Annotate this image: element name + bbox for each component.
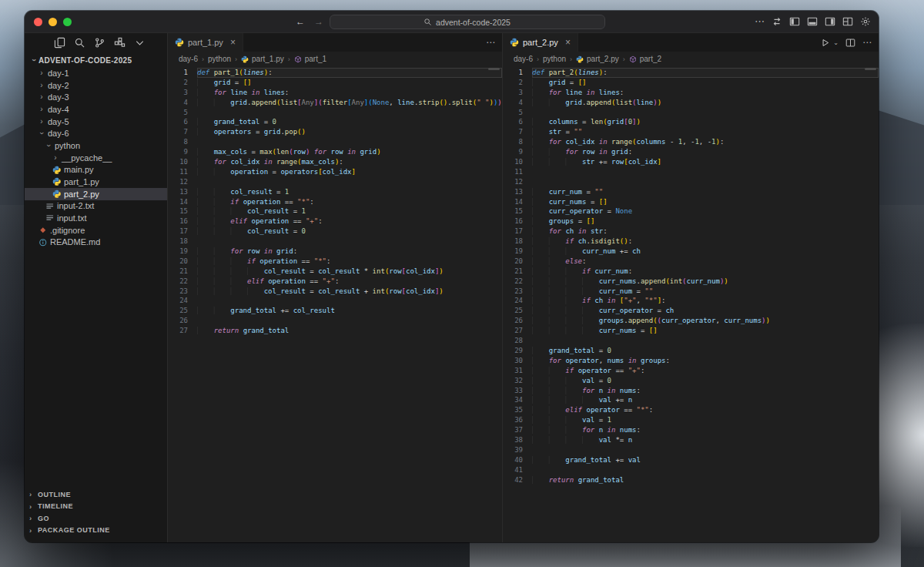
code-line[interactable]: 27 return grand_total [168,326,502,336]
zoom-window-button[interactable] [63,18,72,26]
code-line[interactable]: 10 str += row[col_idx] [503,157,879,167]
code-line[interactable]: 15 col_result = 1 [168,206,502,216]
search-view-icon[interactable] [74,37,85,49]
code-line[interactable]: 19 for row in grid: [168,247,502,257]
code-line[interactable]: 16 elif operation == "+": [168,216,502,226]
tree-item-input-txt[interactable]: input.txt [25,212,167,224]
code-line[interactable]: 4 grid.append(list(line)) [503,98,879,108]
more-actions-icon[interactable]: ⋯ [486,37,495,48]
code-line[interactable]: 2 grid = [] [168,78,502,88]
tree-item-part-2-py[interactable]: part_2.py [25,188,167,200]
close-tab-icon[interactable]: × [565,38,571,47]
tree-item-day-1[interactable]: ›day-1 [25,67,167,79]
code-line[interactable]: 25 grand_total += col_result [168,306,502,316]
panel-left-icon[interactable] [789,16,800,27]
code-line[interactable]: 37 for n in nums: [503,425,879,435]
code-line[interactable]: 4 grid.append(list[Any](filter[Any](None… [168,98,502,108]
code-line[interactable]: 5 [168,108,502,118]
explorer-root-folder[interactable]: › ADVENT-OF-CODE-2025 [25,53,167,67]
tree-item-main-py[interactable]: main.py [25,164,167,176]
code-line[interactable]: 6 columns = len(grid[0]) [503,117,879,127]
code-line[interactable]: 24 [168,296,502,306]
code-line[interactable]: 40 grand_total += val [503,455,879,465]
settings-gear-icon[interactable] [860,16,871,27]
code-line[interactable]: 22 curr_nums.append(int(curr_num)) [503,277,879,287]
code-line[interactable]: 34 val += n [503,395,879,405]
code-line[interactable]: 42 return grand_total [503,475,879,485]
tree-item-pycache[interactable]: ›__pycache__ [25,152,167,164]
breadcrumb-item[interactable]: part_2.py [587,55,619,63]
code-line[interactable]: 39 [503,445,879,455]
code-line[interactable]: 18 if ch.isdigit(): [503,237,879,247]
code-line[interactable]: 12 [503,177,879,187]
panel-right-icon[interactable] [825,16,835,27]
breadcrumb-item[interactable]: part_1.py [252,55,284,63]
code-editor[interactable]: 1def part_1(lines):2 grid = []3 for line… [168,66,502,542]
tab-part-1-py[interactable]: part_1.py × [168,33,243,52]
chevron-down-icon[interactable] [134,37,146,49]
code-line[interactable]: 2 grid = [] [503,78,879,88]
editor-layout-icon[interactable] [842,16,853,27]
section-package-outline[interactable]: ›PACKAGE OUTLINE [25,525,167,537]
code-line[interactable]: 32 val = 0 [503,376,879,386]
code-line[interactable]: 7 str = "" [503,127,879,137]
forward-button[interactable]: → [314,16,323,27]
scrollbar-thumb[interactable] [488,68,500,70]
code-line[interactable]: 35 elif operator == "*": [503,405,879,415]
breadcrumb-item[interactable]: day-6 [514,55,533,63]
code-line[interactable]: 5 [503,108,879,118]
breadcrumb-item[interactable]: python [208,55,231,63]
breadcrumb-item[interactable]: part_2 [640,55,661,63]
code-line[interactable]: 1def part_1(lines): [168,68,502,78]
code-line[interactable]: 13 col_result = 1 [168,187,502,197]
code-line[interactable]: 23 curr_num = "" [503,287,879,297]
code-line[interactable]: 30 for operator, nums in groups: [503,356,879,366]
code-line[interactable]: 17 col_result = 0 [168,226,502,237]
code-line[interactable]: 9 max_cols = max(len(row) for row in gri… [168,147,502,157]
code-line[interactable]: 12 [168,177,502,187]
code-line[interactable]: 16 groups = [] [503,216,879,226]
tree-item-python[interactable]: ›python [25,139,167,152]
code-line[interactable]: 19 curr_num += ch [503,247,879,257]
section-go[interactable]: ›GO [25,512,167,525]
code-line[interactable]: 22 elif operation == "+": [168,277,502,287]
code-line[interactable]: 33 for n in nums: [503,386,879,396]
tree-item-day-5[interactable]: ›day-5 [25,116,167,128]
back-button[interactable]: ← [296,16,305,27]
code-editor[interactable]: 1def part_2(lines):2 grid = []3 for line… [503,66,879,542]
code-line[interactable]: 11 [503,167,879,177]
source-control-icon[interactable] [94,37,105,49]
tree-item-day-6[interactable]: ›day-6 [25,127,167,139]
code-line[interactable]: 14 if operation == "*": [168,197,502,207]
code-line[interactable]: 7 operators = grid.pop() [168,127,502,137]
split-editor-icon[interactable] [845,38,855,48]
code-line[interactable]: 20 else: [503,257,879,267]
code-line[interactable]: 41 [503,465,879,475]
code-line[interactable]: 26 [168,316,502,326]
toggle-layout-icon[interactable] [772,16,782,27]
breadcrumb-item[interactable]: part_1 [305,55,326,63]
code-line[interactable]: 21 col_result = col_result * int(row[col… [168,267,502,277]
tree-item-part-1-py[interactable]: part_1.py [25,176,167,188]
code-line[interactable]: 8 for col_idx in range(columns - 1, -1, … [503,137,879,147]
code-line[interactable]: 3 for line in lines: [503,88,879,98]
tree-item-gitignore[interactable]: .gitignore [25,224,167,237]
code-line[interactable]: 26 groups.append((curr_operator, curr_nu… [503,316,879,326]
tab-part-2-py[interactable]: part_2.py × [503,33,578,52]
code-line[interactable]: 9 for row in grid: [503,147,879,157]
breadcrumb-item[interactable]: day-6 [179,55,198,63]
section-timeline[interactable]: ›TIMELINE [25,501,167,513]
code-line[interactable]: 6 grand_total = 0 [168,117,502,127]
minimize-window-button[interactable] [49,18,57,26]
code-line[interactable]: 38 val *= n [503,435,879,445]
code-line[interactable]: 20 if operation == "*": [168,257,502,267]
panel-bottom-icon[interactable] [807,16,818,27]
tree-item-day-3[interactable]: ›day-3 [25,91,167,103]
code-line[interactable]: 15 curr_operator = None [503,206,879,216]
tree-item-input-2-txt[interactable]: input-2.txt [25,200,167,213]
tree-item-day-4[interactable]: ›day-4 [25,103,167,116]
close-tab-icon[interactable]: × [230,38,236,47]
section-outline[interactable]: ›OUTLINE [25,488,167,501]
code-line[interactable]: 31 if operator == "+": [503,366,879,376]
code-line[interactable]: 24 if ch in ["+", "*"]: [503,296,879,306]
